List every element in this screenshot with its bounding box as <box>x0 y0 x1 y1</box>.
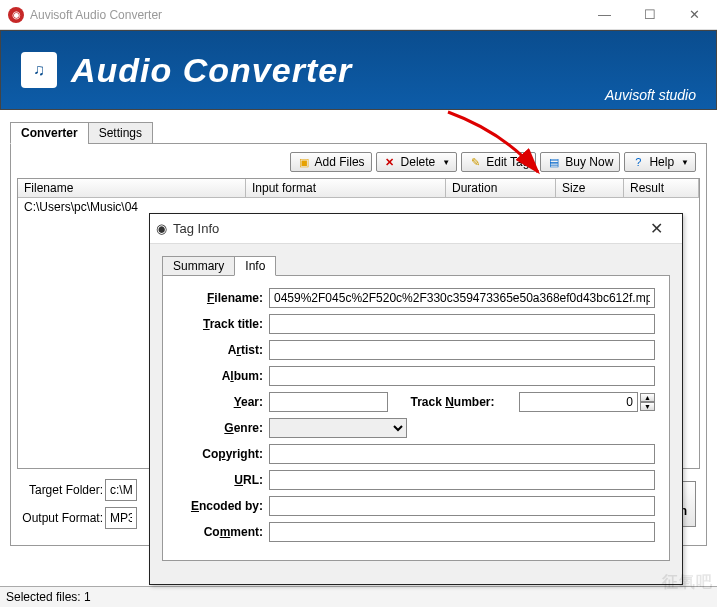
chevron-down-icon: ▼ <box>681 158 689 167</box>
label-comment: Comment: <box>177 525 263 539</box>
label-year: Year: <box>177 395 263 409</box>
cart-icon: ▤ <box>547 155 561 169</box>
banner-logo-icon: ♫ <box>21 52 57 88</box>
file-list-header: Filename Input format Duration Size Resu… <box>18 179 699 198</box>
filename-field[interactable] <box>269 288 655 308</box>
label-track-number: Track Number: <box>410 395 494 409</box>
comment-field[interactable] <box>269 522 655 542</box>
artist-field[interactable] <box>269 340 655 360</box>
status-selected-files: Selected files: 1 <box>6 590 91 604</box>
album-field[interactable] <box>269 366 655 386</box>
folder-open-icon: ▣ <box>297 155 311 169</box>
label-track-title: Track title: <box>177 317 263 331</box>
edit-tag-label: Edit Tag <box>486 155 529 169</box>
output-format-label: Output Format: <box>21 511 103 525</box>
window-titlebar: ◉ Auvisoft Audio Converter — ☐ ✕ <box>0 0 717 30</box>
app-icon: ◉ <box>8 7 24 23</box>
window-title: Auvisoft Audio Converter <box>30 8 162 22</box>
spin-up-icon[interactable]: ▲ <box>640 393 655 402</box>
app-banner: ♫ Audio Converter Auvisoft studio <box>0 30 717 110</box>
close-button[interactable]: ✕ <box>672 0 717 30</box>
dialog-title: Tag Info <box>173 221 219 236</box>
tab-info[interactable]: Info <box>234 256 276 276</box>
url-field[interactable] <box>269 470 655 490</box>
banner-title: Audio Converter <box>71 51 352 90</box>
status-bar: Selected files: 1 <box>0 586 717 607</box>
col-duration[interactable]: Duration <box>446 179 556 197</box>
target-folder-label: Target Folder: <box>21 483 103 497</box>
dialog-tabs: Summary Info <box>162 256 670 276</box>
track-number-field[interactable] <box>519 392 638 412</box>
minimize-button[interactable]: — <box>582 0 627 30</box>
add-files-button[interactable]: ▣Add Files <box>290 152 372 172</box>
buy-now-label: Buy Now <box>565 155 613 169</box>
delete-button[interactable]: ✕Delete▼ <box>376 152 458 172</box>
toolbar: ▣Add Files ✕Delete▼ ✎Edit Tag ▤Buy Now ?… <box>17 150 700 178</box>
label-filename: Filename: <box>177 291 263 305</box>
add-files-label: Add Files <box>315 155 365 169</box>
dialog-titlebar[interactable]: ◉ Tag Info ✕ <box>150 214 682 244</box>
col-size[interactable]: Size <box>556 179 624 197</box>
tab-settings[interactable]: Settings <box>88 122 153 144</box>
help-label: Help <box>649 155 674 169</box>
edit-icon: ✎ <box>468 155 482 169</box>
tab-summary[interactable]: Summary <box>162 256 235 276</box>
label-album: Album: <box>177 369 263 383</box>
label-url: URL: <box>177 473 263 487</box>
output-format-input[interactable] <box>105 507 137 529</box>
buy-now-button[interactable]: ▤Buy Now <box>540 152 620 172</box>
year-field[interactable] <box>269 392 388 412</box>
col-input-format[interactable]: Input format <box>246 179 446 197</box>
help-button[interactable]: ?Help▼ <box>624 152 696 172</box>
label-genre: Genre: <box>177 421 263 435</box>
main-tabs: Converter Settings <box>10 122 707 144</box>
track-title-field[interactable] <box>269 314 655 334</box>
maximize-button[interactable]: ☐ <box>627 0 672 30</box>
delete-label: Delete <box>401 155 436 169</box>
edit-tag-button[interactable]: ✎Edit Tag <box>461 152 536 172</box>
help-icon: ? <box>631 155 645 169</box>
spin-down-icon[interactable]: ▼ <box>640 402 655 411</box>
tab-converter[interactable]: Converter <box>10 122 89 144</box>
dialog-close-button[interactable]: ✕ <box>636 219 676 238</box>
watermark: 征氧吧 <box>662 572 713 593</box>
label-copyright: Copyright: <box>177 447 263 461</box>
genre-select[interactable] <box>269 418 407 438</box>
target-folder-input[interactable] <box>105 479 137 501</box>
col-filename[interactable]: Filename <box>18 179 246 197</box>
label-encoded-by: Encoded by: <box>177 499 263 513</box>
label-artist: Artist: <box>177 343 263 357</box>
tag-info-form: Filename: Track title: Artist: Album: Ye… <box>162 275 670 561</box>
track-number-stepper[interactable]: ▲▼ <box>640 393 655 411</box>
copyright-field[interactable] <box>269 444 655 464</box>
col-result[interactable]: Result <box>624 179 699 197</box>
encoded-by-field[interactable] <box>269 496 655 516</box>
tag-info-dialog: ◉ Tag Info ✕ Summary Info Filename: Trac… <box>149 213 683 585</box>
delete-icon: ✕ <box>383 155 397 169</box>
banner-subtitle: Auvisoft studio <box>605 87 696 103</box>
app-icon: ◉ <box>156 221 167 236</box>
chevron-down-icon: ▼ <box>442 158 450 167</box>
